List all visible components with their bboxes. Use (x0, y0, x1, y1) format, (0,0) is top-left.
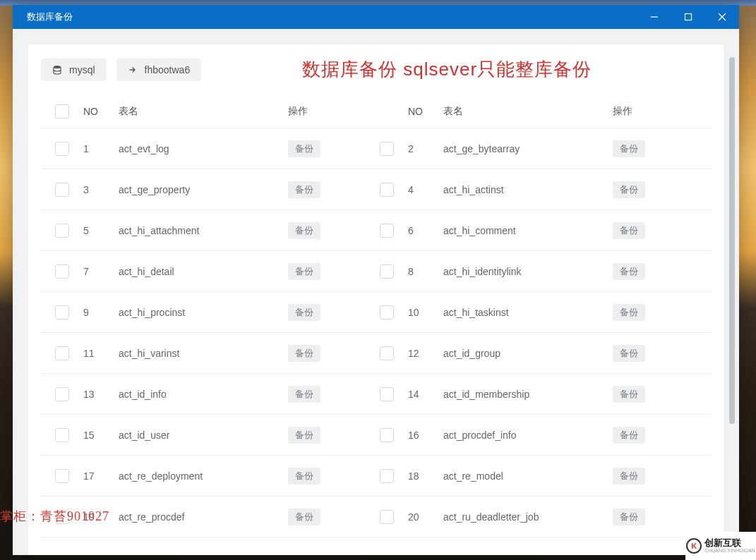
backup-button[interactable]: 备份 (288, 140, 320, 157)
row-checkbox[interactable] (380, 346, 394, 360)
row-no: 16 (408, 430, 443, 441)
backup-button[interactable]: 备份 (613, 222, 645, 239)
backup-button[interactable]: 备份 (288, 181, 320, 198)
row-tablename: act_hi_procinst (119, 307, 288, 318)
row-tablename: act_re_procdef (119, 511, 288, 523)
row-checkbox[interactable] (380, 305, 394, 319)
row-checkbox[interactable] (55, 387, 69, 401)
row-checkbox[interactable] (380, 142, 394, 156)
row-checkbox[interactable] (55, 305, 69, 319)
backup-button[interactable]: 备份 (613, 386, 645, 403)
row-checkbox[interactable] (55, 428, 69, 442)
row-checkbox[interactable] (55, 183, 69, 197)
row-tablename: act_id_info (119, 389, 288, 400)
row-checkbox[interactable] (55, 346, 69, 360)
row-no: 20 (408, 511, 443, 523)
row-checkbox[interactable] (55, 142, 69, 156)
row-no: 17 (83, 470, 119, 482)
maximize-button[interactable] (671, 5, 705, 29)
row-tablename: act_hi_taskinst (443, 307, 613, 318)
row-no: 14 (408, 389, 443, 400)
backup-button[interactable]: 备份 (613, 263, 645, 280)
brand-watermark: K 创新互联 CHUANG XINHUILIAN (685, 532, 756, 560)
client-area: mysql fhbootwa6 数据库备份 sqlsever只能整库备份 NO … (13, 29, 739, 555)
owner-watermark: 掌柜：青苔901027 (0, 508, 109, 525)
row-tablename: act_procdef_info (443, 430, 613, 441)
scrollbar-thumb[interactable] (729, 57, 735, 424)
row-checkbox[interactable] (55, 264, 69, 279)
table-row: 3act_ge_property备份4act_hi_actinst备份 (41, 169, 711, 210)
row-no: 18 (408, 470, 443, 482)
row-no: 8 (408, 266, 443, 277)
backup-button[interactable]: 备份 (613, 345, 645, 362)
titlebar[interactable]: 数据库备份 (13, 5, 739, 29)
backup-button[interactable]: 备份 (613, 509, 645, 525)
backup-button[interactable]: 备份 (288, 263, 320, 280)
close-icon (718, 13, 726, 21)
backup-button[interactable]: 备份 (613, 304, 645, 321)
table-row: 5act_hi_attachment备份6act_hi_comment备份 (41, 210, 711, 251)
row-tablename: act_ru_deadletter_job (443, 511, 613, 523)
db-name-button[interactable]: fhbootwa6 (116, 59, 202, 81)
row-tablename: act_re_model (443, 470, 613, 482)
table-row: 15act_id_user备份16act_procdef_info备份 (41, 415, 711, 456)
row-no: 2 (408, 143, 443, 154)
row-checkbox[interactable] (55, 224, 69, 238)
backup-button[interactable]: 备份 (613, 181, 645, 198)
svg-rect-1 (685, 14, 692, 20)
toolbar: mysql fhbootwa6 数据库备份 sqlsever只能整库备份 (41, 57, 711, 82)
backup-button[interactable]: 备份 (288, 427, 320, 444)
row-no: 12 (408, 348, 443, 359)
backup-button[interactable]: 备份 (613, 468, 645, 485)
backup-button[interactable]: 备份 (288, 345, 320, 362)
row-no: 9 (83, 307, 119, 318)
db-type-button[interactable]: mysql (41, 59, 107, 81)
table-row: 9act_hi_procinst备份10act_hi_taskinst备份 (41, 292, 711, 333)
table-header: NO 表名 操作 NO 表名 操作 (41, 95, 711, 128)
row-no: 6 (408, 225, 443, 236)
table-row: 1act_evt_log备份2act_ge_bytearray备份 (41, 128, 711, 169)
backup-button[interactable]: 备份 (288, 468, 320, 485)
window-title: 数据库备份 (27, 11, 637, 23)
backup-button[interactable]: 备份 (288, 509, 320, 525)
row-tablename: act_re_deployment (119, 470, 288, 482)
row-checkbox[interactable] (55, 469, 69, 483)
backup-button[interactable]: 备份 (288, 222, 320, 239)
row-no: 15 (83, 430, 119, 441)
brand-logo-icon: K (686, 538, 702, 554)
row-tablename: act_id_group (443, 348, 613, 359)
backup-button[interactable]: 备份 (613, 140, 645, 157)
row-checkbox[interactable] (380, 510, 394, 524)
row-no: 1 (83, 143, 119, 154)
app-window: 数据库备份 mysql (13, 5, 739, 555)
table-row: 7act_hi_detail备份8act_hi_identitylink备份 (41, 251, 711, 292)
minimize-icon (650, 13, 659, 21)
row-tablename: act_hi_varinst (119, 348, 288, 359)
backup-button[interactable]: 备份 (288, 304, 320, 321)
database-icon (52, 65, 62, 75)
row-no: 5 (83, 225, 119, 236)
row-checkbox[interactable] (380, 183, 394, 197)
close-button[interactable] (705, 5, 739, 29)
row-tablename: act_hi_detail (119, 266, 288, 277)
row-tablename: act_evt_log (119, 143, 288, 154)
row-no: 11 (83, 348, 119, 359)
maximize-icon (684, 13, 692, 21)
select-all-left-checkbox[interactable] (55, 104, 69, 118)
row-checkbox[interactable] (380, 428, 394, 442)
col-no-right: NO (408, 106, 443, 117)
backup-button[interactable]: 备份 (613, 427, 645, 444)
col-act-right: 操作 (613, 105, 683, 118)
row-tablename: act_id_membership (443, 389, 613, 400)
table-row: 11act_hi_varinst备份12act_id_group备份 (41, 333, 711, 374)
row-tablename: act_hi_actinst (443, 184, 613, 195)
minimize-button[interactable] (637, 5, 671, 29)
row-checkbox[interactable] (380, 264, 394, 279)
backup-button[interactable]: 备份 (288, 386, 320, 403)
row-checkbox[interactable] (380, 387, 394, 401)
table-row: 13act_id_info备份14act_id_membership备份 (41, 374, 711, 415)
row-checkbox[interactable] (380, 469, 394, 483)
row-checkbox[interactable] (380, 224, 394, 238)
scrollbar[interactable] (729, 57, 735, 551)
arrow-right-icon (128, 65, 138, 75)
